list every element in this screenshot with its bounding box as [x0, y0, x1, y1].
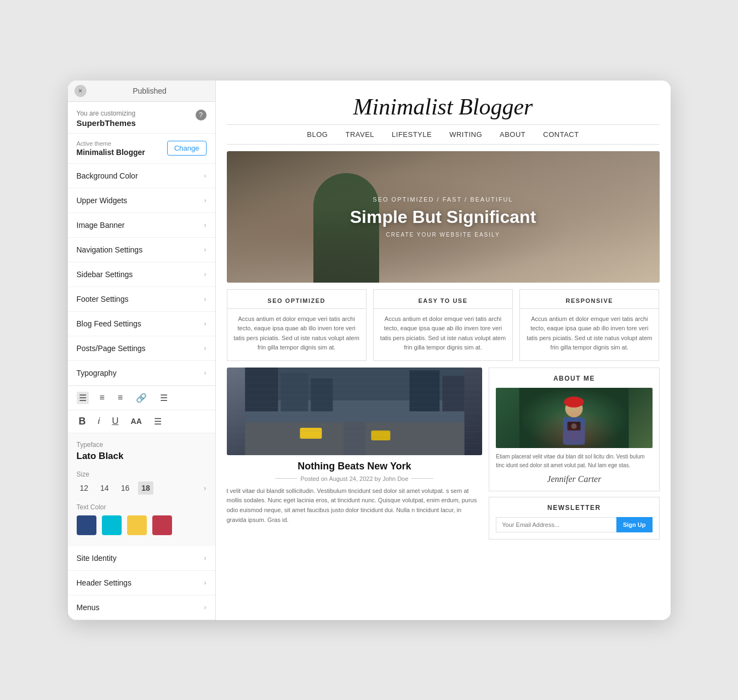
menu-label-blog-feed-settings: Blog Feed Settings — [77, 319, 141, 328]
chevron-icon-footer-settings: › — [204, 295, 206, 303]
align-center-button[interactable]: ≡ — [98, 392, 107, 404]
menu-item-upper-widgets[interactable]: Upper Widgets › — [68, 188, 215, 213]
blog-nav: BLOG TRAVEL LIFESTYLE WRITING ABOUT CONT… — [227, 124, 660, 145]
menu-item-menus[interactable]: Menus › — [68, 595, 215, 620]
chevron-icon-site-identity: › — [204, 554, 206, 562]
size-option-14[interactable]: 14 — [97, 481, 112, 495]
menu-label-header-settings: Header Settings — [77, 578, 131, 587]
menu-item-posts-page-settings[interactable]: Posts/Page Settings › — [68, 336, 215, 361]
feature-divider-responsive — [520, 308, 659, 309]
brand-name: SuperbThemes — [77, 118, 136, 128]
blog-post-card: Nothing Beats New York Posted on August … — [227, 368, 483, 540]
underline-button[interactable]: U — [110, 415, 121, 428]
size-label: Size — [77, 471, 207, 478]
nav-about[interactable]: ABOUT — [500, 130, 525, 139]
formatting-toolbar-2: B i U AA ☰ — [68, 410, 215, 433]
size-more-arrow[interactable]: › — [204, 484, 207, 492]
about-photo-overlay — [496, 388, 652, 448]
bold-button[interactable]: B — [77, 415, 88, 428]
post-title: Nothing Beats New York — [227, 461, 483, 472]
customizing-label: You are customizing — [77, 110, 136, 117]
newsletter-email-input[interactable] — [496, 517, 616, 532]
newsletter-title: NEWSLETTER — [496, 504, 652, 512]
list-button[interactable]: ☰ — [158, 392, 170, 404]
color-swatch-navy[interactable] — [77, 515, 96, 535]
menu-item-footer-settings[interactable]: Footer Settings › — [68, 287, 215, 312]
color-swatch-cyan[interactable] — [102, 515, 122, 535]
menu-item-site-identity[interactable]: Site Identity › — [68, 546, 215, 571]
bottom-section: Nothing Beats New York Posted on August … — [227, 368, 660, 540]
feature-divider-seo — [227, 308, 366, 309]
size-option-18[interactable]: 18 — [138, 481, 153, 495]
menu-label-background-color: Background Color — [77, 171, 138, 180]
menu-item-background-color[interactable]: Background Color › — [68, 164, 215, 188]
nav-contact[interactable]: CONTACT — [543, 130, 579, 139]
preview-area: Minimalist Blogger BLOG TRAVEL LIFESTYLE… — [216, 81, 671, 620]
text-color-label: Text Color — [77, 503, 207, 511]
post-meta-text: Posted on August 24, 2022 by John Doe — [300, 475, 408, 482]
color-swatches — [77, 515, 207, 535]
blog-header: Minimalist Blogger — [216, 81, 671, 124]
theme-section: Active theme Minimalist Blogger Change — [68, 134, 215, 164]
newsletter-widget: NEWSLETTER Sign Up — [489, 497, 659, 540]
italic-button[interactable]: i — [96, 415, 102, 428]
chevron-icon-posts-page-settings: › — [204, 344, 206, 352]
close-button[interactable]: × — [75, 85, 87, 97]
size-option-12[interactable]: 12 — [77, 481, 92, 495]
active-theme-label: Active theme — [77, 140, 145, 147]
feature-boxes: SEO OPTIMIZED Accus antium et dolor emqu… — [227, 289, 660, 361]
menu-item-sidebar-settings[interactable]: Sidebar Settings › — [68, 262, 215, 287]
menu-label-image-banner: Image Banner — [77, 221, 125, 229]
nav-lifestyle[interactable]: LIFESTYLE — [392, 130, 432, 139]
aa-button[interactable]: AA — [129, 416, 144, 427]
help-icon[interactable]: ? — [196, 110, 207, 121]
feature-text-seo: Accus antium et dolor emque veri tatis a… — [234, 314, 359, 353]
align-left-button[interactable]: ☰ — [77, 392, 89, 404]
sidebar-topbar: × Published — [68, 81, 215, 102]
about-photo — [496, 388, 652, 448]
published-badge: Published — [91, 87, 209, 95]
link-button[interactable]: 🔗 — [134, 392, 149, 404]
menu-label-menus: Menus — [77, 603, 100, 612]
newsletter-signup-button[interactable]: Sign Up — [616, 517, 653, 532]
theme-name: Minimalist Blogger — [77, 148, 145, 157]
color-swatch-yellow[interactable] — [127, 515, 147, 535]
menu-label-posts-page-settings: Posts/Page Settings — [77, 344, 146, 353]
menu-item-header-settings[interactable]: Header Settings › — [68, 571, 215, 595]
newsletter-input-row: Sign Up — [496, 517, 652, 532]
nav-blog[interactable]: BLOG — [307, 130, 328, 139]
change-theme-button[interactable]: Change — [167, 141, 207, 156]
post-image — [227, 368, 483, 455]
feature-title-seo: SEO OPTIMIZED — [234, 297, 359, 304]
menu-item-navigation-settings[interactable]: Navigation Settings › — [68, 238, 215, 262]
chevron-icon-header-settings: › — [204, 578, 206, 587]
nav-writing[interactable]: WRITING — [449, 130, 482, 139]
chevron-icon-upper-widgets: › — [204, 196, 206, 204]
menu-item-blog-feed-settings[interactable]: Blog Feed Settings › — [68, 312, 215, 336]
feature-box-seo: SEO OPTIMIZED Accus antium et dolor emqu… — [227, 289, 367, 361]
chevron-icon-navigation-settings: › — [204, 245, 206, 254]
typeface-value: Lato Black — [77, 451, 207, 462]
sidebar: × Published You are customizing SuperbTh… — [68, 81, 216, 620]
size-option-16[interactable]: 16 — [118, 481, 133, 495]
formatting-toolbar-1: ☰ ≡ ≡ 🔗 ☰ — [68, 386, 215, 410]
nav-travel[interactable]: TRAVEL — [345, 130, 374, 139]
menu-label-typography: Typography — [77, 369, 117, 377]
paragraph-button[interactable]: ☰ — [152, 415, 164, 428]
hero-cta: CREATE YOUR WEBSITE EASILY — [350, 232, 536, 238]
menu-label-upper-widgets: Upper Widgets — [77, 196, 128, 205]
feature-text-responsive: Accus antium et dolor emque veri tatis a… — [527, 314, 652, 353]
typeface-section: Typeface Lato Black — [68, 433, 215, 466]
feature-text-easy: Accus antium et dolor emque veri tatis a… — [380, 314, 506, 353]
about-widget: ABOUT ME — [489, 368, 659, 491]
about-widget-title: ABOUT ME — [496, 375, 652, 382]
menu-item-image-banner[interactable]: Image Banner › — [68, 213, 215, 238]
menu-label-navigation-settings: Navigation Settings — [77, 245, 143, 254]
feature-title-responsive: RESPONSIVE — [527, 297, 652, 304]
menu-label-sidebar-settings: Sidebar Settings — [77, 270, 133, 279]
color-swatch-red[interactable] — [152, 515, 172, 535]
align-right-button[interactable]: ≡ — [116, 392, 125, 404]
post-excerpt: t velit vitae dui blandit sollicitudin. … — [227, 486, 483, 525]
menu-item-typography[interactable]: Typography › — [68, 361, 215, 386]
customizing-section: You are customizing SuperbThemes ? — [68, 102, 215, 134]
